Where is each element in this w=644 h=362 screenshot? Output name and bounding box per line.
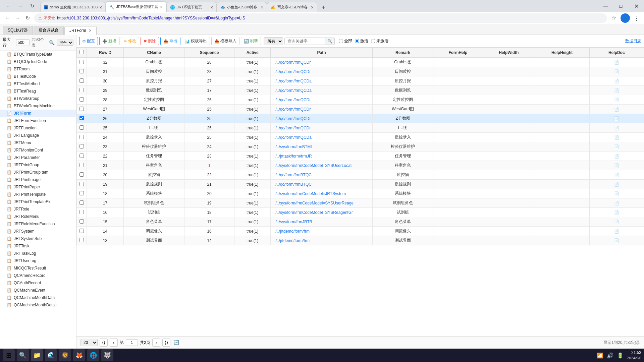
row-checkbox-cell[interactable] bbox=[77, 170, 87, 180]
sidebar-item-JRTParameter[interactable]: 📋JRTParameter bbox=[0, 154, 76, 161]
row-checkbox-cell[interactable] bbox=[77, 67, 87, 76]
radio-all-label[interactable]: 全部 bbox=[339, 38, 352, 44]
row-checkbox-cell[interactable] bbox=[77, 86, 87, 95]
data-date-button[interactable]: 数据日志 bbox=[625, 38, 641, 44]
tab-4-close[interactable]: × bbox=[261, 5, 263, 10]
row-helpdoc[interactable]: 📄 bbox=[589, 180, 644, 189]
sidebar-item-JRTPrintTemplate[interactable]: 📋JRTPrintTemplate bbox=[0, 191, 76, 198]
row-checkbox[interactable] bbox=[79, 116, 84, 120]
tab-3-close[interactable]: × bbox=[210, 5, 213, 10]
forward-button[interactable]: → bbox=[13, 13, 22, 23]
sidebar-item-JRTRole[interactable]: 📋JRTRole bbox=[0, 205, 76, 213]
sidebar-item-MICQCTestResult[interactable]: 📋MICQCTestResult bbox=[0, 264, 76, 272]
row-checkbox[interactable] bbox=[79, 163, 84, 167]
template-import-button[interactable]: 📥 模板导入 bbox=[211, 37, 239, 45]
nav-refresh[interactable]: ↻ bbox=[27, 1, 38, 11]
tab-2-close[interactable]: × bbox=[160, 4, 163, 10]
profile-button[interactable]: 👤 bbox=[621, 13, 630, 23]
sidebar-item-BTTestMethod[interactable]: 📋BTTestMethod bbox=[0, 80, 76, 87]
row-helpdoc[interactable]: 📄 bbox=[589, 161, 644, 170]
win-maximize[interactable]: □ bbox=[613, 0, 629, 12]
win-minimize[interactable]: ― bbox=[598, 0, 613, 12]
col-sequence[interactable]: Sequence bbox=[184, 48, 234, 58]
nav-forward[interactable]: → bbox=[15, 1, 25, 11]
row-checkbox[interactable] bbox=[79, 144, 84, 148]
row-helpdoc[interactable]: 📄 bbox=[589, 58, 644, 67]
row-helpdoc[interactable]: 📄 bbox=[589, 123, 644, 133]
new-tab-button[interactable]: + bbox=[319, 3, 328, 12]
sidebar-item-JRTPrintPaper[interactable]: 📋JRTPrintPaper bbox=[0, 183, 76, 191]
col-helpheight[interactable]: HelpHeight bbox=[535, 48, 589, 58]
browser-tab-5[interactable]: ✍ 写文章-CSDN博客 × bbox=[267, 2, 317, 12]
radio-active[interactable] bbox=[355, 39, 359, 43]
tab-sql[interactable]: SQL执行器 bbox=[3, 26, 33, 35]
row-checkbox-cell[interactable] bbox=[77, 161, 87, 170]
page-size-select[interactable]: 20 50 100 bbox=[80, 339, 98, 346]
search-input[interactable] bbox=[285, 38, 325, 45]
sidebar-item-JRTFormFunction[interactable]: 📋JRTFormFunction bbox=[0, 117, 76, 124]
tab-debug[interactable]: 后台调试台 bbox=[34, 26, 64, 35]
page-first-button[interactable]: ⟨⟨ bbox=[100, 339, 108, 347]
row-checkbox-cell[interactable] bbox=[77, 95, 87, 105]
taskbar-app3[interactable]: 🌐 bbox=[87, 349, 99, 361]
taskbar-clock[interactable]: 21:53 2024/9/6 bbox=[627, 350, 641, 361]
row-helpdoc[interactable]: 📄 bbox=[589, 95, 644, 105]
page-refresh-button[interactable]: 🔄 bbox=[172, 339, 180, 347]
page-next-button[interactable]: › bbox=[152, 339, 160, 347]
browser-tab-2[interactable]: 🔧 JRTBSBase数据管理工具 × bbox=[106, 1, 166, 12]
sidebar-item-QCAmendRecord[interactable]: 📋QCAmendRecord bbox=[0, 272, 76, 279]
row-checkbox-cell[interactable] bbox=[77, 236, 87, 245]
edit-button[interactable]: ✏ 修改 bbox=[121, 37, 139, 45]
sidebar-item-BTRoom[interactable]: 📋BTRoom bbox=[0, 65, 76, 73]
col-path[interactable]: Path bbox=[270, 48, 372, 58]
col-active[interactable]: Active bbox=[234, 48, 271, 58]
sidebar-item-QCAuthRecord[interactable]: 📋QCAuthRecord bbox=[0, 279, 76, 287]
search-button[interactable]: 🔍 bbox=[325, 38, 334, 45]
row-checkbox-cell[interactable] bbox=[77, 123, 87, 133]
row-helpdoc[interactable]: 📄 bbox=[589, 217, 644, 227]
row-helpdoc[interactable]: 📄 bbox=[589, 67, 644, 76]
tab-1-close[interactable]: × bbox=[99, 5, 102, 10]
taskbar-explorer[interactable]: 📁 bbox=[31, 349, 43, 361]
col-rowid[interactable]: RowID bbox=[87, 48, 124, 58]
row-checkbox[interactable] bbox=[79, 238, 84, 242]
row-checkbox-cell[interactable] bbox=[77, 58, 87, 67]
sidebar-item-BTQCTransTypeData[interactable]: 📋BTQCTransTypeData bbox=[0, 51, 76, 58]
start-button[interactable]: ⊞ bbox=[3, 349, 15, 361]
max-row-input[interactable] bbox=[16, 39, 30, 46]
select-all-checkbox[interactable] bbox=[79, 50, 84, 54]
delete-button[interactable]: ✖ 删除 bbox=[141, 37, 159, 45]
row-checkbox-cell[interactable] bbox=[77, 76, 87, 86]
reload-button[interactable]: ↻ bbox=[23, 13, 32, 23]
sidebar-item-QCMachineMonthData[interactable]: 📋QCMachineMonthData bbox=[0, 294, 76, 301]
sidebar-item-JRTPrintImage[interactable]: 📋JRTPrintImage bbox=[0, 176, 76, 183]
col-formhelp[interactable]: FormHelp bbox=[433, 48, 483, 58]
row-checkbox[interactable] bbox=[79, 88, 84, 92]
row-checkbox-cell[interactable] bbox=[77, 180, 87, 189]
sidebar-item-JRTFunction[interactable]: 📋JRTFunction bbox=[0, 124, 76, 132]
row-helpdoc[interactable]: 📄 bbox=[589, 105, 644, 114]
col-remark[interactable]: Remark bbox=[373, 48, 433, 58]
sidebar-item-JRTPrintGroupItem[interactable]: 📋JRTPrintGroupItem bbox=[0, 169, 76, 176]
taskbar-app2[interactable]: 🦊 bbox=[73, 349, 85, 361]
search-sidebar-icon[interactable]: 🔍 bbox=[49, 40, 55, 45]
col-helpdoc[interactable]: HelpDoc bbox=[589, 48, 644, 58]
page-last-button[interactable]: ⟩⟩ bbox=[162, 339, 170, 347]
sidebar-item-JRTUserLog[interactable]: 📋JRTUserLog bbox=[0, 257, 76, 264]
sidebar-item-JRTTask[interactable]: 📋JRTTask bbox=[0, 242, 76, 250]
speaker-icon[interactable]: 🔊 bbox=[607, 352, 613, 359]
row-checkbox[interactable] bbox=[79, 125, 84, 130]
row-helpdoc[interactable]: 📄 bbox=[589, 170, 644, 180]
add-button[interactable]: ➕ 新增 bbox=[99, 37, 119, 45]
win-close[interactable]: ✕ bbox=[629, 0, 644, 12]
back-button[interactable]: ← bbox=[3, 13, 12, 23]
row-checkbox[interactable] bbox=[79, 200, 84, 205]
row-helpdoc[interactable]: 📄 bbox=[589, 133, 644, 142]
row-checkbox[interactable] bbox=[79, 229, 84, 233]
row-checkbox-cell[interactable] bbox=[77, 227, 87, 236]
radio-inactive[interactable] bbox=[371, 39, 375, 43]
menu-button[interactable]: ⋮ bbox=[632, 13, 641, 23]
row-checkbox[interactable] bbox=[79, 60, 84, 64]
row-checkbox-cell[interactable] bbox=[77, 133, 87, 142]
sidebar-item-JRTForm[interactable]: 📄JRTForm bbox=[0, 110, 76, 117]
